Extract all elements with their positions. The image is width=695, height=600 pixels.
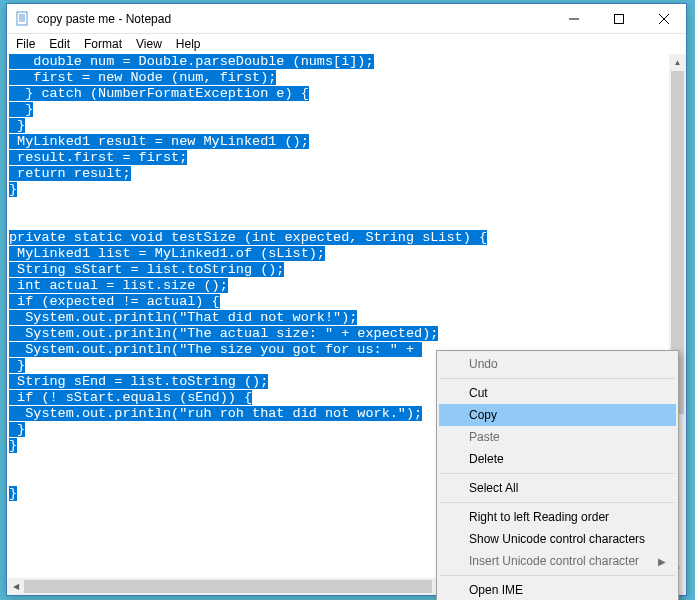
context-show-unicode-label: Show Unicode control characters <box>469 532 645 546</box>
menu-edit[interactable]: Edit <box>42 35 77 53</box>
context-copy-label: Copy <box>469 408 497 422</box>
context-delete[interactable]: Delete <box>439 448 676 470</box>
context-undo-label: Undo <box>469 357 498 371</box>
app-icon <box>15 11 31 27</box>
context-undo[interactable]: Undo <box>439 353 676 375</box>
menu-format[interactable]: Format <box>77 35 129 53</box>
context-paste-label: Paste <box>469 430 500 444</box>
context-show-unicode[interactable]: Show Unicode control characters <box>439 528 676 550</box>
context-menu: Undo Cut Copy Paste Delete Select All Ri… <box>436 350 679 600</box>
context-cut-label: Cut <box>469 386 488 400</box>
svg-rect-6 <box>614 14 623 23</box>
menu-help[interactable]: Help <box>169 35 208 53</box>
context-insert-unicode-label: Insert Unicode control character <box>469 554 639 568</box>
maximize-button[interactable] <box>596 4 641 33</box>
context-separator <box>440 378 675 379</box>
context-separator <box>440 502 675 503</box>
titlebar[interactable]: copy paste me - Notepad <box>7 4 686 34</box>
menu-view[interactable]: View <box>129 35 169 53</box>
context-select-all[interactable]: Select All <box>439 477 676 499</box>
menubar: File Edit Format View Help <box>7 34 686 54</box>
scroll-up-button[interactable]: ▲ <box>669 54 686 71</box>
context-copy[interactable]: Copy <box>439 404 676 426</box>
context-cut[interactable]: Cut <box>439 382 676 404</box>
close-button[interactable] <box>641 4 686 33</box>
context-delete-label: Delete <box>469 452 504 466</box>
menu-file[interactable]: File <box>9 35 42 53</box>
context-open-ime-label: Open IME <box>469 583 523 597</box>
submenu-arrow-icon: ▶ <box>658 556 666 567</box>
context-insert-unicode[interactable]: Insert Unicode control character▶ <box>439 550 676 572</box>
scroll-left-button[interactable]: ◀ <box>7 578 24 595</box>
context-separator <box>440 575 675 576</box>
context-paste[interactable]: Paste <box>439 426 676 448</box>
context-select-all-label: Select All <box>469 481 518 495</box>
minimize-button[interactable] <box>551 4 596 33</box>
context-rtl-label: Right to left Reading order <box>469 510 609 524</box>
context-open-ime[interactable]: Open IME <box>439 579 676 600</box>
horizontal-scroll-thumb[interactable] <box>24 580 432 593</box>
window-title: copy paste me - Notepad <box>37 12 551 26</box>
context-rtl[interactable]: Right to left Reading order <box>439 506 676 528</box>
context-separator <box>440 473 675 474</box>
window-controls <box>551 4 686 33</box>
